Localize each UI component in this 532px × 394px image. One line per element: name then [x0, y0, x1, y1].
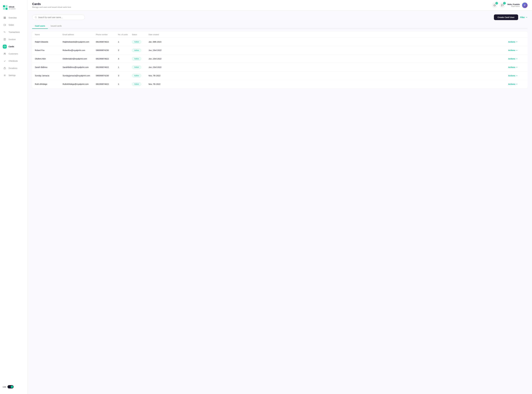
actions-button[interactable]: Actions [508, 83, 525, 85]
live-toggle-area: Live [0, 382, 28, 391]
notifications-button[interactable]: 12 [492, 2, 497, 8]
svg-rect-4 [4, 17, 5, 18]
header-right: 12 5 Hello, Franklin Super Admin F [492, 2, 527, 8]
sidebar-item-invoices[interactable]: Invoices [0, 36, 28, 43]
sidebar-item-overview[interactable]: Overview [0, 14, 28, 21]
filter-button[interactable]: Filter [520, 16, 527, 18]
user-info: Hello, Franklin Super Admin [507, 3, 520, 7]
toolbar: Create Card User Filter [32, 14, 527, 20]
search-box[interactable] [32, 15, 85, 20]
main-content: Cards Manage card users and issued virtu… [28, 0, 532, 394]
table-row: Sunday Jamacia Sundayjamacia@royalprint.… [32, 72, 527, 80]
messages-badge: 5 [503, 2, 506, 5]
row-phone: 081090874622 [96, 58, 118, 60]
chevron-down-icon [526, 16, 527, 18]
svg-point-16 [4, 53, 5, 54]
user-role: Super Admin [507, 5, 520, 7]
svg-line-21 [36, 18, 36, 18]
sidebar-item-customers[interactable]: Customers [0, 50, 28, 57]
table-row: Sarah Ibidinnu Sarahibidinnu@royalprint.… [32, 63, 527, 72]
row-phone: 090090874230 [96, 75, 118, 77]
header-left: Cards Manage card users and issued virtu… [32, 2, 71, 8]
actions-button[interactable]: Actions [508, 75, 525, 77]
row-cards: 2 [118, 49, 132, 52]
tab-card-users[interactable]: Card users [32, 23, 48, 29]
row-cards: 1 [118, 66, 132, 68]
logo: bitnob for business [0, 3, 28, 14]
table-header: Name Email address Phone number No. of c… [32, 31, 527, 38]
row-date: Nov, 7th 2022 [148, 75, 508, 77]
chevron-down-icon [516, 58, 518, 60]
avatar: F [522, 2, 527, 8]
table-row: Olufemi Akin Olufemiakin@royalprint.com … [32, 55, 527, 63]
live-label: Live [3, 386, 6, 388]
sidebar-label-donations: Donations [9, 67, 17, 69]
svg-rect-6 [4, 18, 5, 19]
settings-icon [3, 73, 7, 77]
actions-button[interactable]: Actions [508, 66, 525, 68]
svg-rect-18 [4, 68, 5, 69]
table-row: Ralph Edwards Ralphedwards@royalprint.co… [32, 38, 527, 46]
notifications-badge: 12 [496, 2, 498, 5]
svg-rect-2 [3, 8, 5, 10]
col-status: Status [132, 34, 148, 36]
row-name: Robert Fox [35, 49, 63, 52]
sidebar-label-settings: Settings [9, 74, 16, 77]
content: Create Card User Filter Card users Issue… [28, 10, 532, 394]
actions-button[interactable]: Actions [508, 49, 525, 52]
svg-rect-14 [4, 46, 6, 47]
search-input[interactable] [38, 16, 82, 18]
row-email: Sarahibidinnu@royalprint.com [63, 66, 96, 68]
row-phone: 081090874622 [96, 41, 118, 43]
chevron-down-icon [516, 49, 518, 51]
col-cards: No. of cards [118, 34, 132, 36]
sidebar-item-transactions[interactable]: Transactions [0, 29, 28, 36]
user-name: Hello, Franklin [507, 3, 520, 5]
sidebar-item-donations[interactable]: Donations [0, 65, 28, 72]
row-phone: 081090874622 [96, 83, 118, 85]
actions-button[interactable]: Actions [508, 41, 525, 43]
sidebar-item-checkouts[interactable]: Checkouts [0, 57, 28, 65]
row-name: Olufemi Akin [35, 58, 63, 60]
messages-button[interactable]: 5 [500, 2, 505, 8]
svg-point-19 [5, 75, 5, 76]
row-phone: 090090874230 [96, 49, 118, 52]
sidebar-item-settings[interactable]: Settings [0, 72, 28, 79]
row-date: Jan, 06th 2023 [148, 41, 508, 43]
row-date: Jun, 23rd 2022 [148, 49, 508, 52]
status-badge: Active [132, 57, 148, 60]
table: Name Email address Phone number No. of c… [32, 31, 527, 88]
svg-rect-7 [5, 18, 6, 19]
row-cards: 1 [118, 41, 132, 43]
col-name: Name [35, 34, 63, 36]
svg-rect-1 [5, 5, 7, 7]
donations-icon [3, 66, 7, 70]
row-email: Sundayjamacia@royalprint.com [63, 75, 96, 77]
sidebar-item-cards[interactable]: Cards [0, 43, 28, 50]
status-badge: Active [132, 40, 148, 43]
svg-rect-5 [5, 17, 6, 18]
row-email: Robertfox@royalprint.com [63, 49, 96, 52]
row-date: Jun, 23rd 2022 [148, 58, 508, 60]
live-toggle[interactable] [7, 385, 14, 389]
svg-point-20 [35, 16, 36, 18]
svg-point-17 [5, 53, 5, 54]
row-name: Sarah Ibidinnu [35, 66, 63, 68]
table-row: Robert Fox Robertfox@royalprint.com 0900… [32, 46, 527, 55]
status-badge: Active [132, 49, 148, 52]
svg-point-9 [5, 25, 5, 25]
actions-button[interactable]: Actions [508, 58, 525, 60]
row-name: Sunday Jamacia [35, 75, 63, 77]
header: Cards Manage card users and issued virtu… [28, 0, 532, 10]
row-email: RuthAhhdego@royalprint.com [63, 83, 96, 85]
sidebar-item-wallet[interactable]: Wallet [0, 21, 28, 29]
col-date: Date created [148, 34, 508, 36]
customers-icon [3, 52, 7, 56]
create-card-user-button[interactable]: Create Card User [494, 14, 518, 20]
row-name: Ruth Ahhdego [35, 83, 63, 85]
tab-issued-cards[interactable]: Issued cards [48, 23, 64, 29]
search-icon [35, 16, 37, 18]
sidebar-label-checkouts: Checkouts [9, 60, 18, 62]
row-phone: 081090874622 [96, 66, 118, 68]
transactions-icon [3, 30, 7, 34]
